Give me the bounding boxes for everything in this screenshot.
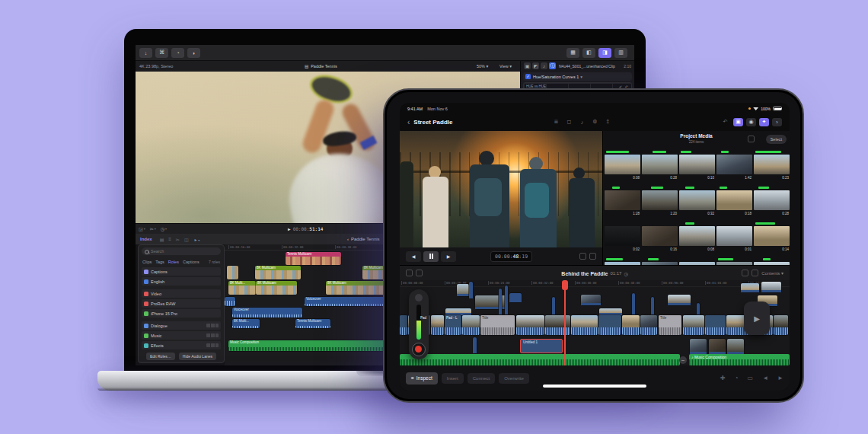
media-thumbnail[interactable] [754,258,790,265]
timeline-clip[interactable]: Tennis Multicam [286,252,341,265]
media-thumbnail[interactable]: 0:18 [716,187,752,220]
music-clip[interactable] [400,354,680,365]
media-thumbnail[interactable]: 0:14 [754,222,790,256]
connected-clip[interactable] [727,339,744,354]
role-row[interactable]: Music [142,331,221,340]
media-thumbnail[interactable]: 0:08 [679,222,715,256]
connected-clip[interactable] [445,308,471,315]
storyline-clip[interactable] [705,315,726,335]
media-thumbnail[interactable]: 0:23 [754,151,790,184]
media-thumbnail[interactable]: 0:10 [679,151,715,184]
connected-clip[interactable] [761,282,781,292]
timer-icon[interactable]: ◔ [735,375,739,381]
browser-pane-icon[interactable]: ▦ [566,48,579,58]
role-row[interactable]: ProRes RAW [142,299,221,308]
timeline-clip[interactable]: 8K Multicam [255,266,301,279]
zoom-select[interactable]: 50% ▾ [477,64,488,69]
timeline-pane-icon[interactable]: ◧ [582,48,595,58]
loop-icon[interactable] [579,253,586,260]
media-thumbnail[interactable]: 0:28 [754,187,790,220]
storyline-clip[interactable] [516,315,544,335]
previous-frame-button[interactable]: ◀ [406,251,421,262]
inspect-button[interactable]: ≡ Inspect [406,372,438,385]
role-row[interactable]: Dialogue [142,321,221,330]
connected-clip[interactable] [475,295,507,309]
selected-clip[interactable]: Untitled 1 [520,339,563,353]
media-thumbnail[interactable] [716,258,752,265]
connected-clip[interactable] [690,339,707,354]
media-thumbnail[interactable]: 1:42 [716,151,752,184]
storyline-clip[interactable]: Title [480,315,515,335]
ipad-viewer-video[interactable] [400,131,602,247]
jog-wheel-button[interactable]: ▶ [744,302,770,335]
timeline-clip[interactable] [225,297,235,306]
connected-clip[interactable] [651,297,654,314]
more-chevron-icon[interactable]: › [772,118,782,126]
fullscreen-icon[interactable] [589,253,596,260]
export-icon[interactable]: ↥ [603,118,613,126]
media-thumbnail[interactable] [642,258,678,265]
cursor-tool[interactable]: ▸ ▾ [195,237,200,242]
timeline-clip[interactable]: 8K Multi... [232,319,260,328]
storyline-clip[interactable] [683,315,704,335]
storyline-clip[interactable] [400,315,407,335]
video-inspector-icon[interactable]: ▣ [524,62,531,69]
music-clip[interactable]: ♪ Music Composition [689,354,790,365]
info-inspector-icon[interactable]: ⓘ [549,62,556,69]
storyline-clip[interactable] [774,315,788,335]
connected-clip[interactable] [697,303,700,314]
edit-button[interactable]: Insert [442,373,464,384]
settings-icon[interactable]: ⚙ [590,118,600,126]
role-row[interactable]: English [142,277,221,286]
effects-icon[interactable]: ✚ [720,375,726,381]
connected-clip[interactable] [552,297,555,314]
record-button[interactable] [412,343,426,356]
audio-meters-icon[interactable]: ♪ [577,118,587,126]
view-select[interactable]: View ▾ [499,64,512,69]
media-thumbnail[interactable]: 1:20 [642,187,678,220]
keyword-editor-icon[interactable]: ⌘ [155,48,168,58]
select-button[interactable]: Select [766,135,787,144]
import-media-icon[interactable]: ↓ [139,48,152,58]
role-row[interactable]: Video [142,289,221,298]
sidebar-toggle-icon[interactable]: ▥ [614,48,627,58]
hide-audio-lanes-button[interactable]: Hide Audio Lanes [179,353,216,360]
input-gain-knob[interactable] [415,294,423,302]
edit-button[interactable]: Connect [468,373,495,384]
audio-inspector-icon[interactable]: ♪ [541,62,547,69]
storyline-clip[interactable] [640,315,657,335]
timeline-clip[interactable]: 8K Multi... [228,281,256,295]
connected-clip[interactable] [473,337,477,353]
search-input[interactable] [151,249,212,254]
ipad-timeline[interactable]: 00:00:08:0000:00:16:0000:00:24:0000:00:3… [400,280,790,365]
back-icon[interactable]: ‹ [407,118,410,126]
timeline-clip[interactable]: 8K Multicam [256,281,297,295]
captions-tool-icon[interactable]: ◗ [187,48,200,58]
color-inspector-icon[interactable]: ◩ [532,62,539,69]
transform-tool-icon[interactable]: ✂▾ [150,226,156,231]
retime-tool-icon[interactable]: ◷▾ [161,226,167,231]
media-thumbnail[interactable]: 0:16 [642,222,678,256]
index-tab[interactable]: Clips [142,260,152,264]
timeline-clip[interactable]: Tennis Multicam [295,319,330,328]
skip-forward-icon[interactable]: ► [777,375,783,381]
effects-wand-icon[interactable]: ✦ [759,118,769,126]
playhead-line[interactable] [564,280,566,365]
viewer-options-icon[interactable]: ◻ [564,118,574,126]
index-tab[interactable]: Tags [155,260,164,264]
filter-icon[interactable] [748,136,755,142]
storyline-clip[interactable] [545,315,570,335]
media-thumbnail[interactable] [679,258,715,265]
connected-clip[interactable] [668,295,691,305]
next-frame-button[interactable]: ▶ [441,251,456,262]
storyline-clip[interactable] [571,315,598,335]
connected-clip[interactable] [741,283,759,292]
role-row[interactable]: iPhone 15 Pro [142,309,221,318]
effect-row[interactable]: ✓ Hue/Saturation Curves 1 ▾ [523,72,632,81]
undo-icon[interactable]: ↶ [720,118,730,126]
index-tab[interactable]: Roles [168,260,179,264]
media-thumbnail[interactable]: 1:28 [605,187,640,220]
timeline-clip[interactable]: Voiceover [232,308,302,318]
list-view-icon[interactable]: ≡ [168,237,171,242]
back-icon[interactable]: ‹ [347,237,349,241]
